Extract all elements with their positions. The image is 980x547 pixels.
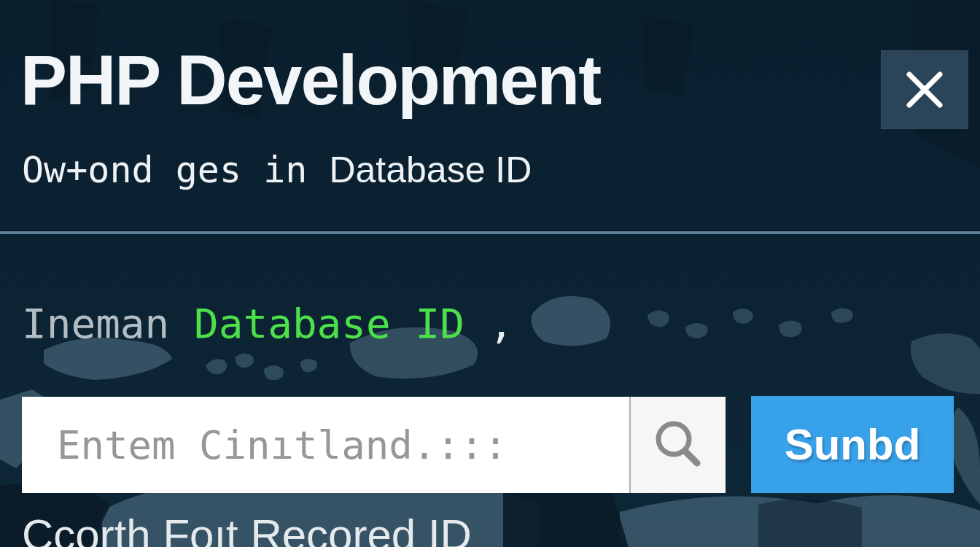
dialog-subtitle: Ow+ond ges in Database ID: [22, 146, 897, 194]
close-button[interactable]: [881, 50, 968, 129]
close-icon: [901, 66, 949, 114]
prompt-suffix: ,: [464, 300, 513, 347]
subtitle-text: Ow+ond ges in: [22, 149, 329, 191]
subtitle-database-id: Database ID: [329, 150, 532, 190]
php-development-dialog: PHP Development Ow+ond ges in Database I…: [0, 0, 980, 547]
database-id-highlight: Database ID: [194, 300, 464, 347]
submit-button-label: Sunbd: [785, 419, 921, 470]
search-icon: [651, 418, 705, 472]
search-input[interactable]: [22, 397, 629, 493]
prompt-line: Ineman Database ID ,: [22, 293, 933, 354]
submit-button[interactable]: Sunbd: [751, 396, 954, 493]
header-divider: [0, 231, 980, 234]
footer-text: Ccorth Foıt Recored ID: [22, 508, 933, 547]
search-box: [22, 397, 726, 493]
search-icon-button[interactable]: [631, 397, 726, 493]
page-title: PHP Development: [20, 38, 822, 123]
prompt-prefix: Ineman: [22, 300, 194, 347]
